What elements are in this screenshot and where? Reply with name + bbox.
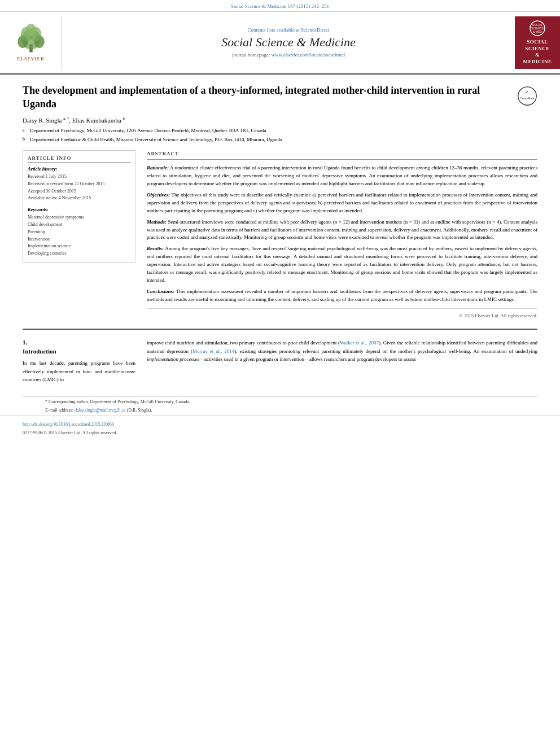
section-divider (23, 329, 537, 330)
elsevier-label: ELSEVIER (17, 56, 44, 62)
objectives-label: Objectives: (147, 192, 170, 198)
article-title-section: The development and implementation of a … (23, 84, 537, 111)
crossmark-icon: ✓ CrossMark (517, 86, 537, 106)
abstract-section: ABSTRACT Rationale: A randomised cluster… (147, 150, 537, 320)
article-title: The development and implementation of a … (23, 84, 506, 111)
intro-heading: Introduction (23, 348, 135, 355)
article-body: ARTICLE INFO Article history: Received 1… (23, 150, 537, 320)
received-revised-date: Received in revised form 22 October 2015 (28, 181, 130, 188)
results-label: Results: (147, 246, 164, 251)
section-number: 1. (23, 339, 135, 346)
abstract-conclusions: Conclusions: This implementation assessm… (147, 288, 537, 304)
abstract-rationale: Rationale: A randomised cluster effectiv… (147, 164, 537, 188)
doi-line: http://dx.doi.org/10.1016/j.socscimed.20… (23, 421, 537, 429)
rationale-label: Rationale: (147, 165, 169, 171)
available-date: Available online 4 November 2015 (28, 195, 130, 202)
intro-right-text: improve child nutrition and stimulation,… (147, 339, 537, 363)
journal-url[interactable]: www.elsevier.com/locate/socscimed (272, 52, 345, 58)
issn-line: 0277-9536/© 2015 Elsevier Ltd. All right… (23, 429, 537, 437)
keyword-1: Maternal depressive symptoms (28, 214, 130, 221)
svg-text:& MED: & MED (533, 30, 542, 33)
keywords-section: Keywords: Maternal depressive symptoms C… (28, 207, 130, 257)
footnote-email: E-mail address: daisy.singla@mail.mcgill… (45, 407, 515, 414)
keyword-5: Implementation science (28, 243, 130, 250)
results-text: Among the program's five key messages, '… (147, 246, 537, 283)
article-info-heading: ARTICLE INFO (28, 155, 130, 163)
svg-text:CrossMark: CrossMark (520, 97, 535, 100)
keywords-label: Keywords: (28, 207, 130, 212)
conclusions-label: Conclusions: (147, 289, 174, 294)
abstract-column: ABSTRACT Rationale: A randomised cluster… (147, 150, 537, 320)
abstract-heading: ABSTRACT (147, 150, 537, 160)
svg-text:✓: ✓ (525, 89, 530, 95)
elsevier-logo: ELSEVIER (0, 16, 62, 69)
journal-center: Contents lists available at ScienceDirec… (62, 16, 515, 69)
history-label: Article history: (28, 166, 130, 172)
article-info-column: ARTICLE INFO Article history: Received 1… (23, 150, 135, 320)
footnote-email-link[interactable]: daisy.singla@mail.mcgill.ca (75, 408, 126, 413)
methods-text: Semi-structured interviews were conducte… (147, 219, 537, 241)
objectives-text: The objectives of this study were to des… (147, 192, 537, 213)
introduction-section: 1. Introduction In the last decade, pare… (23, 339, 537, 387)
keyword-2: Child development (28, 221, 130, 229)
abstract-objectives: Objectives: The objectives of this study… (147, 191, 537, 215)
walker-ref-link[interactable]: Walker et al., 2007 (340, 340, 379, 346)
journal-header: ELSEVIER Contents lists available at Sci… (0, 12, 560, 75)
rationale-text: A randomised cluster effectiveness trial… (147, 165, 537, 186)
intro-right: improve child nutrition and stimulation,… (147, 339, 537, 387)
journal-logo-right: SOCIAL SCIENCE & MED SOCIALSCIENCE&MEDIC… (515, 16, 560, 69)
main-content: The development and implementation of a … (0, 75, 560, 396)
intro-left-text: In the last decade, parenting programs h… (23, 359, 135, 383)
intro-left: 1. Introduction In the last decade, pare… (23, 339, 135, 387)
abstract-methods: Methods: Semi-structured interviews were… (147, 219, 537, 242)
sciencedirect-link: Contents lists available at ScienceDirec… (73, 27, 504, 33)
accepted-date: Accepted 30 October 2015 (28, 188, 130, 195)
footnotes: * Corresponding author. Department of Ps… (23, 396, 537, 414)
authors: Daisy R. Singla a, *, Elias Kumbakumba b (23, 116, 537, 124)
copyright-line: © 2015 Elsevier Ltd. All rights reserved… (147, 308, 537, 320)
article-info-box: ARTICLE INFO Article history: Received 1… (23, 150, 135, 263)
journal-logo-icon: SOCIAL SCIENCE & MED (529, 20, 546, 37)
abstract-results: Results: Among the program's five key me… (147, 245, 537, 285)
doi-link[interactable]: http://dx.doi.org/10.1016/j.socscimed.20… (23, 422, 114, 427)
received-date: Received 1 July 2015 (28, 173, 130, 181)
elsevier-tree-icon (14, 24, 48, 55)
journal-homepage: journal homepage: www.elsevier.com/locat… (73, 52, 504, 58)
journal-top-bar: Social Science & Medicine 147 (2015) 242… (0, 0, 560, 12)
paper-footer: http://dx.doi.org/10.1016/j.socscimed.20… (0, 416, 560, 443)
keyword-3: Parenting (28, 229, 130, 236)
journal-title: Social Science & Medicine (73, 35, 504, 50)
logo-right-text: SOCIALSCIENCE&MEDICINE (523, 39, 552, 65)
conclusions-text: This implementation assessment revealed … (147, 289, 537, 302)
keyword-6: Developing countries (28, 250, 130, 257)
article-history: Article history: Received 1 July 2015 Re… (28, 166, 130, 202)
footnote-corresponding: * Corresponding author. Department of Ps… (45, 399, 515, 406)
affiliations: a Department of Psychology, McGill Unive… (23, 127, 537, 143)
methods-label: Methods: (147, 219, 167, 225)
svg-point-6 (25, 24, 36, 36)
murray-ref-link[interactable]: Murray et al., 2014 (193, 348, 234, 354)
keyword-4: Intervention (28, 236, 130, 243)
